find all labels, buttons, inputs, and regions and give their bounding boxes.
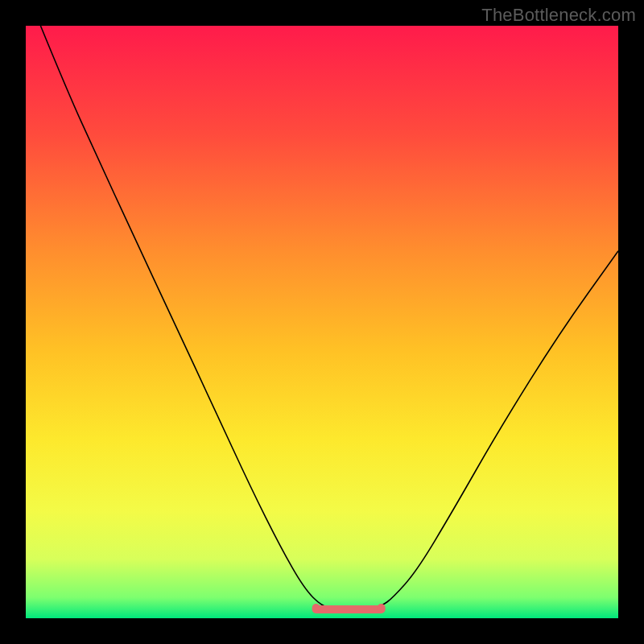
plot-background [26,26,618,618]
svg-point-1 [312,604,320,612]
svg-point-2 [378,604,386,612]
chart-container: { "watermark": "TheBottleneck.com", "cha… [0,0,644,644]
bottleneck-chart [0,0,644,644]
watermark-text: TheBottleneck.com [481,5,636,26]
